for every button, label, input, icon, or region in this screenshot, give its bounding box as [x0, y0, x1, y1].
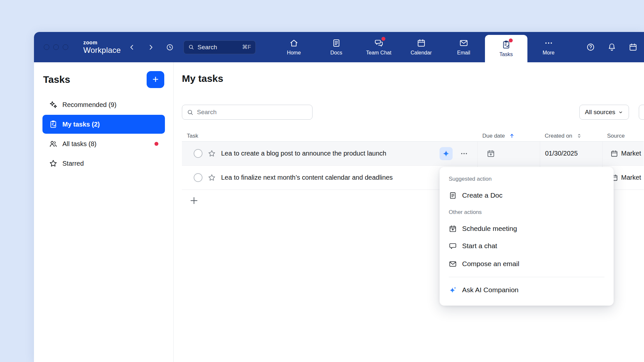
- schedule-button[interactable]: [628, 41, 638, 53]
- sources-filter-dropdown[interactable]: All sources: [579, 105, 629, 120]
- task-title: Lea to create a blog post to announce th…: [221, 150, 386, 157]
- chat-bubble-icon: [449, 242, 457, 250]
- nav-team-chat[interactable]: Team Chat: [358, 32, 400, 62]
- sidebar-item-recommended[interactable]: Recommended (9): [42, 95, 165, 114]
- window-controls[interactable]: [44, 44, 68, 50]
- menu-item-label: Schedule meeting: [462, 225, 517, 233]
- envelope-icon: [449, 260, 457, 268]
- doc-icon: [449, 191, 457, 200]
- zoom-workplace-logo: zoom Workplace: [83, 40, 121, 54]
- column-header-task: Task: [182, 130, 477, 141]
- search-icon: [187, 109, 194, 116]
- sources-filter-label: All sources: [585, 109, 615, 116]
- chevron-down-icon: [618, 110, 623, 115]
- calendar-plus-icon: [487, 149, 495, 158]
- plus-icon: [189, 196, 199, 205]
- sidebar-item-my-tasks[interactable]: My tasks (2): [42, 115, 165, 134]
- notifications-button[interactable]: [606, 41, 617, 53]
- envelope-icon: [459, 38, 468, 48]
- window-control-dot[interactable]: [44, 44, 49, 50]
- row-more-button[interactable]: [459, 149, 469, 158]
- new-task-button[interactable]: +: [147, 71, 164, 88]
- history-clock-icon: [166, 43, 174, 51]
- search-icon: [188, 44, 194, 50]
- nav-email[interactable]: Email: [443, 32, 485, 62]
- sidebar-items: Recommended (9) My tasks (2) All tasks (…: [34, 95, 173, 173]
- nav-tasks[interactable]: Tasks: [485, 35, 527, 62]
- task-search-input[interactable]: [197, 109, 308, 116]
- menu-item-label: Start a chat: [462, 242, 497, 250]
- sidebar-title: Tasks: [43, 74, 70, 85]
- menu-item-start-chat[interactable]: Start a chat: [449, 239, 604, 253]
- tasks-clipboard-icon: [49, 120, 57, 128]
- column-header-source: Source: [602, 130, 644, 141]
- menu-item-label: Ask AI Companion: [462, 286, 519, 294]
- task-checkbox[interactable]: [194, 173, 202, 182]
- source-cell: Market: [602, 142, 644, 165]
- task-title: Lea to finalize next month’s content cal…: [221, 174, 393, 181]
- calendar-plus-icon: [449, 225, 457, 233]
- table-header: Task Due date Created on Source: [182, 130, 644, 142]
- task-checkbox[interactable]: [194, 149, 202, 158]
- nav-label: Calendar: [411, 50, 432, 56]
- nav-calendar[interactable]: Calendar: [400, 32, 443, 62]
- menu-item-label: Compose an email: [462, 260, 519, 268]
- topbar: zoom Workplace Search ⌘F Home Do: [34, 32, 644, 62]
- menu-divider: [449, 277, 604, 277]
- global-search[interactable]: Search ⌘F: [184, 40, 256, 54]
- menu-section-label: Other actions: [449, 209, 604, 216]
- chevron-right-icon: [147, 43, 155, 51]
- back-button[interactable]: [126, 41, 138, 53]
- column-header-created-on[interactable]: Created on: [540, 130, 602, 141]
- more-ellipsis-icon: [544, 38, 553, 48]
- window-control-dot[interactable]: [53, 44, 59, 50]
- star-toggle[interactable]: [208, 173, 216, 182]
- row-actions: [440, 147, 477, 160]
- nav-more[interactable]: More: [527, 32, 570, 62]
- home-icon: [289, 38, 298, 48]
- chevron-left-icon: [128, 43, 136, 51]
- menu-item-create-doc[interactable]: Create a Doc: [449, 188, 604, 203]
- tasks-notification-dot: [509, 38, 513, 42]
- bell-icon: [607, 43, 616, 52]
- sidebar-header: Tasks +: [34, 71, 173, 88]
- column-label: Created on: [545, 133, 572, 139]
- menu-item-ask-ai-companion[interactable]: Ask AI Companion: [449, 283, 604, 297]
- people-icon: [49, 140, 57, 148]
- created-on-value: 01/30/2025: [545, 150, 578, 157]
- sparkles-icon: [49, 100, 57, 109]
- sort-toggle-icon: [576, 133, 582, 139]
- ai-companion-sparkle-icon: [442, 150, 450, 158]
- global-search-placeholder: Search: [198, 44, 217, 51]
- nav-home[interactable]: Home: [273, 32, 315, 62]
- sidebar-item-starred[interactable]: Starred: [42, 154, 165, 173]
- history-button[interactable]: [164, 41, 176, 53]
- star-toggle[interactable]: [208, 149, 216, 158]
- menu-section-label: Suggested action: [449, 176, 604, 182]
- all-tasks-notification-dot: [154, 142, 158, 146]
- primary-navigation: Home Docs Team Chat Calendar: [273, 32, 570, 62]
- calendar-icon: [417, 38, 426, 48]
- star-icon: [49, 159, 57, 168]
- calendar-icon: [629, 43, 637, 52]
- column-header-due-date[interactable]: Due date: [477, 130, 540, 141]
- logo-zoom-text: zoom: [83, 40, 121, 45]
- sidebar-item-all-tasks[interactable]: All tasks (8): [42, 134, 165, 153]
- nav-docs[interactable]: Docs: [315, 32, 358, 62]
- task-row[interactable]: Lea to create a blog post to announce th…: [182, 142, 644, 166]
- task-search[interactable]: [182, 105, 313, 120]
- toolbar-button-cutoff[interactable]: [639, 105, 644, 120]
- add-task-button[interactable]: [189, 196, 199, 205]
- sidebar-item-label: Starred: [62, 160, 84, 167]
- forward-button[interactable]: [145, 41, 157, 53]
- sidebar-item-label: My tasks (2): [62, 121, 100, 128]
- more-ellipsis-icon: [460, 149, 468, 158]
- due-date-cell[interactable]: [477, 142, 540, 165]
- search-shortcut: ⌘F: [242, 44, 251, 51]
- window-control-dot[interactable]: [63, 44, 68, 50]
- menu-item-compose-email[interactable]: Compose an email: [449, 257, 604, 271]
- help-button[interactable]: [585, 41, 596, 53]
- menu-item-schedule-meeting[interactable]: Schedule meeting: [449, 221, 604, 236]
- nav-label: Tasks: [499, 52, 513, 57]
- ai-companion-button[interactable]: [440, 147, 453, 160]
